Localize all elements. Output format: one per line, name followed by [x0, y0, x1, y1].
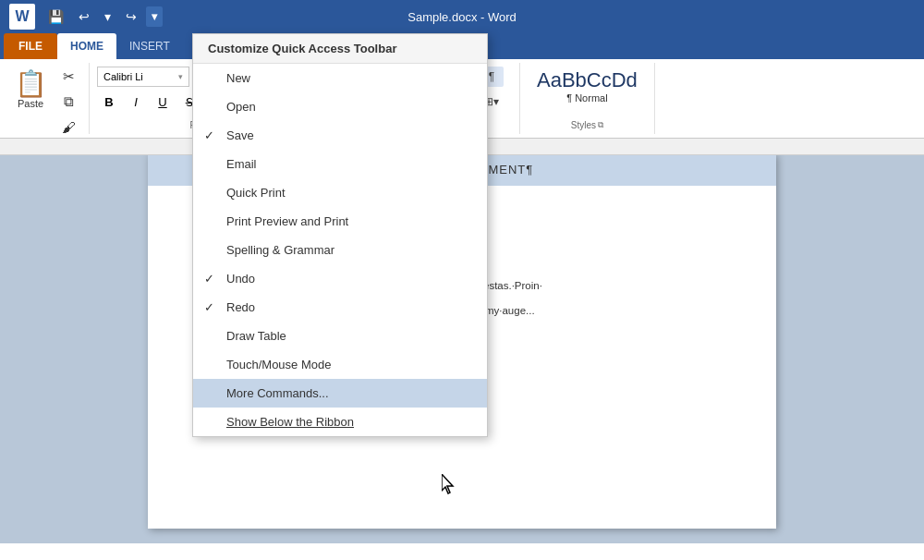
title-bar: W 💾 ↩ ▾ ↪ ▾ Sample.docx - Word: [0, 0, 924, 33]
spelling-label: Spelling & Grammar: [226, 243, 334, 257]
dropdown-item-open[interactable]: Open: [193, 92, 487, 121]
dropdown-item-print-preview[interactable]: Print Preview and Print: [193, 207, 487, 236]
styles-normal[interactable]: AaBbCcDd ¶ Normal: [528, 67, 647, 107]
tab-file[interactable]: FILE: [4, 33, 57, 59]
clipboard-small-buttons: ✂ ⧉ 🖌: [55, 65, 81, 139]
underline-button[interactable]: U: [151, 91, 175, 112]
touch-mouse-label: Touch/Mouse Mode: [226, 358, 331, 371]
format-painter-button[interactable]: 🖌: [55, 115, 81, 139]
word-icon: W: [9, 4, 35, 30]
clipboard-group: 📋 Paste ✂ ⧉ 🖌 Clipboard ⧉: [0, 63, 90, 134]
undo-label: Undo: [226, 272, 255, 286]
styles-preview-text: AaBbCcDd: [537, 70, 638, 91]
more-commands-label: More Commands...: [226, 386, 329, 400]
dropdown-item-new[interactable]: New: [193, 64, 487, 92]
redo-label: Redo: [226, 300, 255, 314]
print-preview-label: Print Preview and Print: [226, 214, 348, 228]
styles-expand-icon[interactable]: ⧉: [598, 120, 603, 130]
font-name-dropdown[interactable]: Calibri Li ▾: [97, 67, 189, 87]
save-check: ✓: [204, 128, 214, 142]
save-button[interactable]: 💾: [43, 6, 69, 28]
quick-access-toolbar: 💾 ↩ ▾ ↪ ▾: [43, 6, 163, 28]
draw-table-label: Draw Table: [226, 329, 286, 343]
copy-button[interactable]: ⧉: [55, 90, 81, 114]
paste-button[interactable]: 📋 Paste: [7, 65, 54, 113]
qat-dropdown-button[interactable]: ▾: [146, 6, 163, 27]
open-label: Open: [226, 100, 256, 114]
dropdown-item-redo[interactable]: ✓ Redo: [193, 293, 487, 322]
dropdown-item-quick-print[interactable]: Quick Print: [193, 178, 487, 207]
email-label: Email: [226, 157, 257, 171]
dropdown-header: Customize Quick Access Toolbar: [193, 34, 487, 64]
bold-button[interactable]: B: [97, 91, 121, 112]
redo-button[interactable]: ↪: [120, 6, 142, 28]
show-below-label: Show Below the Ribbon: [226, 415, 354, 429]
redo-check: ✓: [204, 300, 214, 314]
window-title: Sample.docx - Word: [407, 10, 517, 24]
tab-insert[interactable]: INSERT: [116, 33, 183, 59]
quick-print-label: Quick Print: [226, 186, 286, 200]
qat-dropdown-menu: Customize Quick Access Toolbar New Open …: [192, 33, 488, 437]
paste-icon: 📋: [16, 68, 45, 98]
styles-name-label: ¶ Normal: [566, 92, 607, 103]
undo-arrow[interactable]: ▾: [99, 6, 116, 28]
dropdown-item-draw-table[interactable]: Draw Table: [193, 322, 487, 350]
new-label: New: [226, 71, 250, 85]
styles-group: AaBbCcDd ¶ Normal Styles ⧉: [520, 63, 655, 134]
dropdown-item-email[interactable]: Email: [193, 150, 487, 178]
tab-home[interactable]: HOME: [57, 33, 116, 59]
undo-check: ✓: [204, 272, 214, 286]
dropdown-item-touch-mouse[interactable]: Touch/Mouse Mode: [193, 350, 487, 379]
paste-label: Paste: [18, 98, 43, 109]
clipboard-content: 📋 Paste ✂ ⧉ 🖌: [7, 65, 81, 139]
dropdown-item-undo[interactable]: ✓ Undo: [193, 264, 487, 293]
dropdown-item-more-commands[interactable]: More Commands...: [193, 379, 487, 408]
dropdown-item-show-below[interactable]: Show Below the Ribbon: [193, 408, 487, 436]
styles-label: Styles ⧉: [528, 118, 647, 130]
undo-button[interactable]: ↩: [73, 6, 95, 28]
cut-button[interactable]: ✂: [55, 65, 81, 89]
italic-button[interactable]: I: [124, 91, 148, 112]
dropdown-item-save[interactable]: ✓ Save: [193, 121, 487, 150]
save-label: Save: [226, 128, 254, 142]
dropdown-item-spelling[interactable]: Spelling & Grammar: [193, 236, 487, 264]
